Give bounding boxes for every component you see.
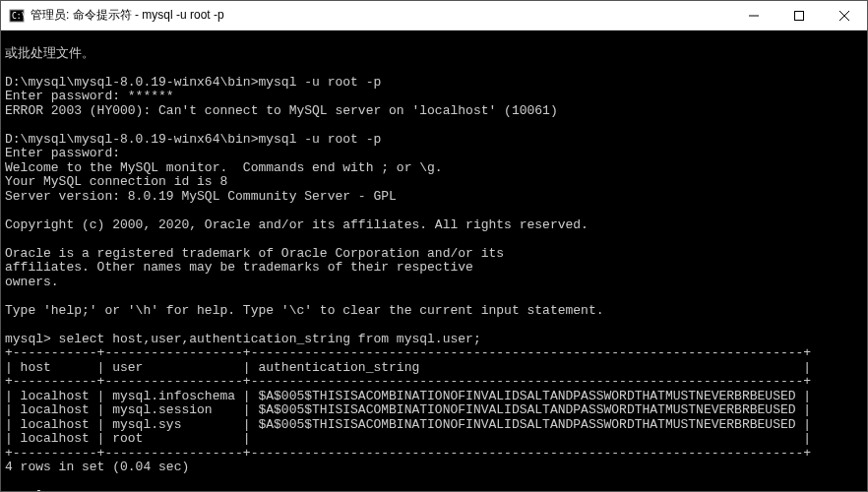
output-line: Oracle is a registered trademark of Orac… — [5, 246, 504, 261]
titlebar[interactable]: C:\ 管理员: 命令提示符 - mysql -u root -p — [1, 1, 867, 31]
output-line: owners. — [5, 275, 59, 289]
output-line: Enter password: — [5, 146, 120, 160]
result-summary: 4 rows in set (0.04 sec) — [5, 460, 189, 474]
output-line: Copyright (c) 2000, 2020, Oracle and/or … — [5, 217, 589, 232]
close-button[interactable] — [822, 1, 867, 31]
output-line: Server version: 8.0.19 MySQL Community S… — [5, 189, 397, 204]
shell-prompt: D:\mysql\mysql-8.0.19-winx64\bin>mysql -… — [5, 75, 381, 90]
table-row: | localhost | mysql.sys | $A$005$THISISA… — [5, 417, 811, 432]
mysql-prompt-active[interactable]: mysql> — [5, 488, 66, 491]
output-line: 或批处理文件。 — [5, 46, 94, 61]
table-row: | localhost | mysql.infoschema | $A$005$… — [5, 389, 811, 403]
table-border: +-----------+------------------+--------… — [5, 345, 811, 360]
table-border: +-----------+------------------+--------… — [5, 374, 811, 389]
window-title: 管理员: 命令提示符 - mysql -u root -p — [31, 7, 224, 24]
output-line: Your MySQL connection id is 8 — [5, 174, 227, 189]
table-row: | localhost | root | | — [5, 431, 811, 446]
table-header: | host | user | authentication_string | — [5, 360, 811, 375]
prompt-text: mysql> — [5, 488, 59, 491]
minimize-button[interactable] — [731, 1, 776, 31]
svg-rect-3 — [795, 11, 804, 20]
error-line: ERROR 2003 (HY000): Can't connect to MyS… — [5, 103, 558, 118]
cmd-icon: C:\ — [9, 8, 25, 24]
window: C:\ 管理员: 命令提示符 - mysql -u root -p 或批处理文件… — [0, 0, 868, 492]
maximize-button[interactable] — [776, 1, 822, 31]
mysql-prompt: mysql> select host,user,authentication_s… — [5, 332, 481, 346]
shell-prompt: D:\mysql\mysql-8.0.19-winx64\bin>mysql -… — [5, 132, 381, 147]
table-border: +-----------+------------------+--------… — [5, 446, 811, 461]
output-line: affiliates. Other names may be trademark… — [5, 260, 473, 275]
output-line: Welcome to the MySQL monitor. Commands e… — [5, 160, 443, 175]
table-row: | localhost | mysql.session | $A$005$THI… — [5, 402, 811, 417]
svg-text:C:\: C:\ — [12, 12, 25, 21]
output-line: Enter password: ****** — [5, 89, 174, 103]
output-line: Type 'help;' or '\h' for help. Type '\c'… — [5, 303, 604, 318]
terminal-output[interactable]: 或批处理文件。 D:\mysql\mysql-8.0.19-winx64\bin… — [1, 31, 867, 491]
